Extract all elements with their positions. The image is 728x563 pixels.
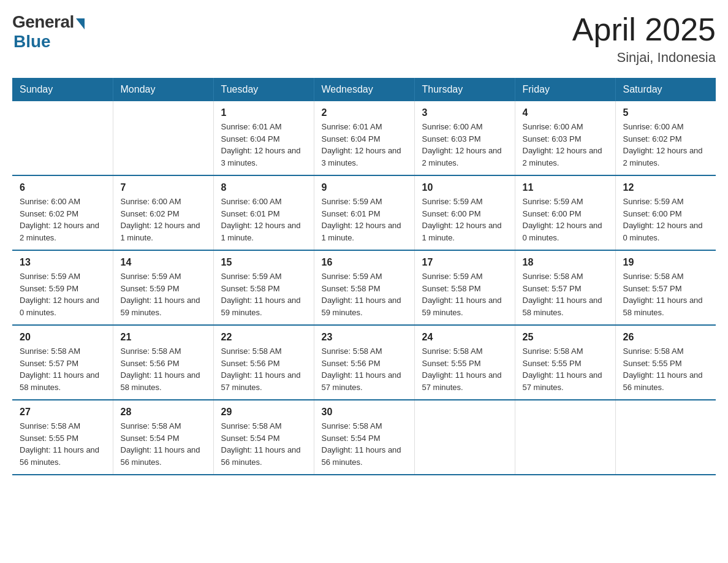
calendar-day-cell: 2Sunrise: 6:01 AM Sunset: 6:04 PM Daylig… bbox=[314, 101, 414, 175]
day-number: 13 bbox=[20, 257, 105, 268]
calendar-day-cell: 16Sunrise: 5:59 AM Sunset: 5:58 PM Dayli… bbox=[314, 250, 414, 325]
calendar-title: April 2025 bbox=[572, 12, 716, 47]
day-number: 28 bbox=[121, 407, 206, 418]
calendar-day-cell: 7Sunrise: 6:00 AM Sunset: 6:02 PM Daylig… bbox=[113, 175, 213, 250]
day-number: 14 bbox=[121, 257, 206, 268]
day-number: 11 bbox=[523, 182, 608, 193]
day-number: 21 bbox=[121, 332, 206, 343]
calendar-day-cell: 30Sunrise: 5:58 AM Sunset: 5:54 PM Dayli… bbox=[314, 400, 414, 475]
calendar-day-cell: 28Sunrise: 5:58 AM Sunset: 5:54 PM Dayli… bbox=[113, 400, 213, 475]
day-number: 10 bbox=[422, 182, 507, 193]
day-info: Sunrise: 5:58 AM Sunset: 5:54 PM Dayligh… bbox=[322, 420, 407, 468]
day-of-week-header: Thursday bbox=[414, 78, 515, 101]
calendar-day-cell bbox=[414, 400, 515, 475]
day-number: 25 bbox=[523, 332, 608, 343]
calendar-day-cell bbox=[515, 400, 615, 475]
calendar-day-cell: 25Sunrise: 5:58 AM Sunset: 5:55 PM Dayli… bbox=[515, 325, 615, 400]
day-info: Sunrise: 5:58 AM Sunset: 5:55 PM Dayligh… bbox=[422, 345, 507, 393]
calendar-day-cell: 23Sunrise: 5:58 AM Sunset: 5:56 PM Dayli… bbox=[314, 325, 414, 400]
day-info: Sunrise: 5:58 AM Sunset: 5:55 PM Dayligh… bbox=[623, 345, 709, 393]
calendar-day-cell: 12Sunrise: 5:59 AM Sunset: 6:00 PM Dayli… bbox=[615, 175, 716, 250]
calendar-day-cell: 27Sunrise: 5:58 AM Sunset: 5:55 PM Dayli… bbox=[12, 400, 113, 475]
day-number: 9 bbox=[322, 182, 407, 193]
calendar-day-cell: 22Sunrise: 5:58 AM Sunset: 5:56 PM Dayli… bbox=[213, 325, 314, 400]
day-info: Sunrise: 5:58 AM Sunset: 5:56 PM Dayligh… bbox=[121, 345, 206, 393]
day-number: 4 bbox=[523, 107, 608, 118]
day-info: Sunrise: 5:58 AM Sunset: 5:57 PM Dayligh… bbox=[523, 270, 608, 318]
day-of-week-header: Saturday bbox=[615, 78, 716, 101]
calendar-day-cell: 14Sunrise: 5:59 AM Sunset: 5:59 PM Dayli… bbox=[113, 250, 213, 325]
day-info: Sunrise: 5:58 AM Sunset: 5:55 PM Dayligh… bbox=[523, 345, 608, 393]
day-info: Sunrise: 6:00 AM Sunset: 6:03 PM Dayligh… bbox=[523, 121, 608, 169]
calendar-day-cell: 17Sunrise: 5:59 AM Sunset: 5:58 PM Dayli… bbox=[414, 250, 515, 325]
day-number: 17 bbox=[422, 257, 507, 268]
day-info: Sunrise: 6:00 AM Sunset: 6:02 PM Dayligh… bbox=[121, 196, 206, 243]
day-number: 8 bbox=[221, 182, 306, 193]
day-number: 3 bbox=[422, 107, 507, 118]
day-of-week-header: Monday bbox=[113, 78, 213, 101]
calendar-day-cell: 11Sunrise: 5:59 AM Sunset: 6:00 PM Dayli… bbox=[515, 175, 615, 250]
calendar-day-cell: 5Sunrise: 6:00 AM Sunset: 6:02 PM Daylig… bbox=[615, 101, 716, 175]
day-number: 19 bbox=[623, 257, 709, 268]
logo-general-text: General bbox=[12, 12, 74, 32]
day-info: Sunrise: 6:00 AM Sunset: 6:02 PM Dayligh… bbox=[20, 196, 105, 243]
day-info: Sunrise: 5:58 AM Sunset: 5:54 PM Dayligh… bbox=[121, 420, 206, 468]
day-info: Sunrise: 5:58 AM Sunset: 5:57 PM Dayligh… bbox=[623, 270, 709, 318]
calendar-week-row: 13Sunrise: 5:59 AM Sunset: 5:59 PM Dayli… bbox=[12, 250, 716, 325]
day-number: 6 bbox=[20, 182, 105, 193]
calendar-day-cell: 26Sunrise: 5:58 AM Sunset: 5:55 PM Dayli… bbox=[615, 325, 716, 400]
calendar-day-cell: 19Sunrise: 5:58 AM Sunset: 5:57 PM Dayli… bbox=[615, 250, 716, 325]
day-info: Sunrise: 5:59 AM Sunset: 6:00 PM Dayligh… bbox=[422, 196, 507, 243]
calendar-day-cell: 24Sunrise: 5:58 AM Sunset: 5:55 PM Dayli… bbox=[414, 325, 515, 400]
calendar-day-cell bbox=[12, 101, 113, 175]
day-info: Sunrise: 6:00 AM Sunset: 6:01 PM Dayligh… bbox=[221, 196, 306, 243]
calendar-day-cell: 20Sunrise: 5:58 AM Sunset: 5:57 PM Dayli… bbox=[12, 325, 113, 400]
calendar-day-cell: 4Sunrise: 6:00 AM Sunset: 6:03 PM Daylig… bbox=[515, 101, 615, 175]
day-info: Sunrise: 5:59 AM Sunset: 6:00 PM Dayligh… bbox=[523, 196, 608, 243]
calendar-day-cell: 9Sunrise: 5:59 AM Sunset: 6:01 PM Daylig… bbox=[314, 175, 414, 250]
calendar-day-cell: 15Sunrise: 5:59 AM Sunset: 5:58 PM Dayli… bbox=[213, 250, 314, 325]
calendar-day-cell: 3Sunrise: 6:00 AM Sunset: 6:03 PM Daylig… bbox=[414, 101, 515, 175]
calendar-day-cell: 1Sunrise: 6:01 AM Sunset: 6:04 PM Daylig… bbox=[213, 101, 314, 175]
day-info: Sunrise: 6:00 AM Sunset: 6:02 PM Dayligh… bbox=[623, 121, 709, 169]
day-number: 5 bbox=[623, 107, 709, 118]
day-number: 16 bbox=[322, 257, 407, 268]
day-of-week-header: Tuesday bbox=[213, 78, 314, 101]
calendar-week-row: 6Sunrise: 6:00 AM Sunset: 6:02 PM Daylig… bbox=[12, 175, 716, 250]
calendar-day-cell bbox=[615, 400, 716, 475]
calendar-week-row: 27Sunrise: 5:58 AM Sunset: 5:55 PM Dayli… bbox=[12, 400, 716, 475]
day-info: Sunrise: 5:59 AM Sunset: 6:00 PM Dayligh… bbox=[623, 196, 709, 243]
calendar-week-row: 1Sunrise: 6:01 AM Sunset: 6:04 PM Daylig… bbox=[12, 101, 716, 175]
calendar-day-cell bbox=[113, 101, 213, 175]
day-number: 24 bbox=[422, 332, 507, 343]
day-number: 23 bbox=[322, 332, 407, 343]
calendar-day-cell: 8Sunrise: 6:00 AM Sunset: 6:01 PM Daylig… bbox=[213, 175, 314, 250]
day-info: Sunrise: 5:59 AM Sunset: 5:59 PM Dayligh… bbox=[121, 270, 206, 318]
day-info: Sunrise: 5:59 AM Sunset: 5:58 PM Dayligh… bbox=[322, 270, 407, 318]
day-number: 29 bbox=[221, 407, 306, 418]
day-info: Sunrise: 5:59 AM Sunset: 5:58 PM Dayligh… bbox=[422, 270, 507, 318]
title-section: April 2025 Sinjai, Indonesia bbox=[572, 12, 716, 66]
page-header: General Blue April 2025 Sinjai, Indonesi… bbox=[12, 12, 716, 66]
day-info: Sunrise: 5:59 AM Sunset: 6:01 PM Dayligh… bbox=[322, 196, 407, 243]
calendar-day-cell: 10Sunrise: 5:59 AM Sunset: 6:00 PM Dayli… bbox=[414, 175, 515, 250]
day-info: Sunrise: 5:58 AM Sunset: 5:54 PM Dayligh… bbox=[221, 420, 306, 468]
day-of-week-header: Wednesday bbox=[314, 78, 414, 101]
day-number: 26 bbox=[623, 332, 709, 343]
day-info: Sunrise: 5:59 AM Sunset: 5:59 PM Dayligh… bbox=[20, 270, 105, 318]
day-number: 2 bbox=[322, 107, 407, 118]
day-of-week-header: Friday bbox=[515, 78, 615, 101]
day-number: 12 bbox=[623, 182, 709, 193]
day-of-week-header: Sunday bbox=[12, 78, 113, 101]
day-number: 7 bbox=[121, 182, 206, 193]
day-info: Sunrise: 5:58 AM Sunset: 5:56 PM Dayligh… bbox=[322, 345, 407, 393]
day-number: 27 bbox=[20, 407, 105, 418]
calendar-table: SundayMondayTuesdayWednesdayThursdayFrid… bbox=[12, 78, 716, 475]
day-info: Sunrise: 5:58 AM Sunset: 5:55 PM Dayligh… bbox=[20, 420, 105, 468]
calendar-day-cell: 6Sunrise: 6:00 AM Sunset: 6:02 PM Daylig… bbox=[12, 175, 113, 250]
day-number: 30 bbox=[322, 407, 407, 418]
calendar-header-row: SundayMondayTuesdayWednesdayThursdayFrid… bbox=[12, 78, 716, 101]
calendar-day-cell: 18Sunrise: 5:58 AM Sunset: 5:57 PM Dayli… bbox=[515, 250, 615, 325]
logo-arrow-icon bbox=[76, 18, 85, 29]
day-number: 18 bbox=[523, 257, 608, 268]
